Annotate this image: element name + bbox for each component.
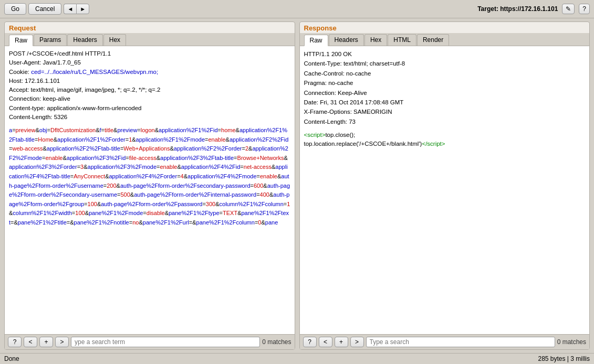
response-body: <script>top.close(); top.location.replac… [304,131,586,149]
response-tabs: Raw Headers Hex HTML Render [300,33,590,46]
response-footer: ? < + > 0 matches [300,334,590,349]
edit-target-button[interactable]: ✎ [562,4,575,14]
tab-hex-request[interactable]: Hex [103,34,126,46]
request-add-button[interactable]: + [39,337,53,347]
response-next-button[interactable]: > [350,337,364,347]
target-label: Target: https://172.16.1.101 [477,5,558,13]
go-button[interactable]: Go [4,3,26,15]
response-headers: HTTP/1.1 200 OK Content-Type: text/html;… [304,49,586,126]
response-add-button[interactable]: + [335,337,348,347]
response-header-line: Connection: Keep-Alive [304,88,586,98]
response-search-input[interactable] [366,337,555,347]
request-tabs: Raw Params Headers Hex [5,33,295,46]
tab-hex-response[interactable]: Hex [364,34,387,46]
request-prev-button[interactable]: < [24,337,37,347]
request-content[interactable]: POST /+CSCOE+/cedf.html HTTP/1.1 User-Ag… [5,46,295,334]
nav-fwd-button[interactable]: ► [76,4,89,14]
response-header-line: Content-Length: 73 [304,117,586,126]
request-body: a=preview&obj=DfltCustomization&f=title&… [9,126,290,228]
request-header-line: User-Agent: Java/1.7.0_65 [9,58,290,67]
nav-back-button[interactable]: ◄ [64,4,76,14]
status-bar: Done 285 bytes | 3 millis [0,353,594,364]
tab-params[interactable]: Params [34,34,67,46]
request-panel: Request Raw Params Headers Hex POST /+CS… [4,22,295,350]
response-header-line: Date: Fri, 31 Oct 2014 17:08:48 GMT [304,98,586,107]
status-right: 285 bytes | 3 millis [538,355,590,362]
request-help-button[interactable]: ? [8,337,22,347]
response-match-count: 0 matches [557,338,586,346]
tab-raw-request[interactable]: Raw [9,35,33,46]
request-header-cookie: Cookie: ced=../../locale/ru/LC_MESSAGES/… [9,68,290,77]
request-search-input[interactable] [71,337,260,347]
request-footer: ? < + > 0 matches [5,334,295,349]
response-header-line: Pragma: no-cache [304,78,586,88]
target-url: https://172.16.1.101 [500,5,558,13]
request-header-line: Accept: text/html, image/gif, image/jpeg… [9,85,290,94]
request-next-button[interactable]: > [55,337,69,347]
tab-headers-request[interactable]: Headers [67,34,102,46]
response-body-line2: top.location.replace('/+CSCOE+/blank.htm… [304,140,586,148]
response-help-button[interactable]: ? [303,337,317,347]
request-header-line: Content-type: application/x-www-form-url… [9,104,290,113]
cancel-button[interactable]: Cancel [28,3,61,15]
response-body-line1: <script>top.close(); [304,131,586,140]
help-button[interactable]: ? [579,4,590,14]
nav-buttons: ◄ ► [64,4,89,14]
response-header-line: HTTP/1.1 200 OK [304,49,586,59]
response-header-line: Cache-Control: no-cache [304,69,586,78]
response-content[interactable]: HTTP/1.1 200 OK Content-Type: text/html;… [300,46,590,334]
tab-headers-response[interactable]: Headers [329,34,364,46]
tab-render-response[interactable]: Render [417,34,449,46]
main-area: Request Raw Params Headers Hex POST /+CS… [0,18,594,353]
toolbar: Go Cancel ◄ ► Target: https://172.16.1.1… [0,0,594,18]
response-prev-button[interactable]: < [319,337,332,347]
tab-html-response[interactable]: HTML [388,34,416,46]
request-header-line: Content-Length: 5326 [9,113,290,122]
response-header-line: X-Frame-Options: SAMEORIGIN [304,107,586,116]
cookie-link[interactable]: ced=../../locale/ru/LC_MESSAGES/webvpn.m… [31,69,158,75]
tab-raw-response[interactable]: Raw [304,35,328,46]
response-header-line: Content-Type: text/html; charset=utf-8 [304,59,586,68]
request-headers: POST /+CSCOE+/cedf.html HTTP/1.1 User-Ag… [9,49,290,122]
request-match-count: 0 matches [262,338,291,346]
response-panel: Response Raw Headers Hex HTML Render HTT… [299,22,590,350]
request-header-line: Connection: keep-alive [9,94,290,103]
response-panel-title: Response [300,22,590,33]
status-left: Done [4,355,19,362]
request-header-line: Host: 172.16.1.101 [9,77,290,85]
request-header-line: POST /+CSCOE+/cedf.html HTTP/1.1 [9,49,290,58]
request-panel-title: Request [5,22,295,33]
